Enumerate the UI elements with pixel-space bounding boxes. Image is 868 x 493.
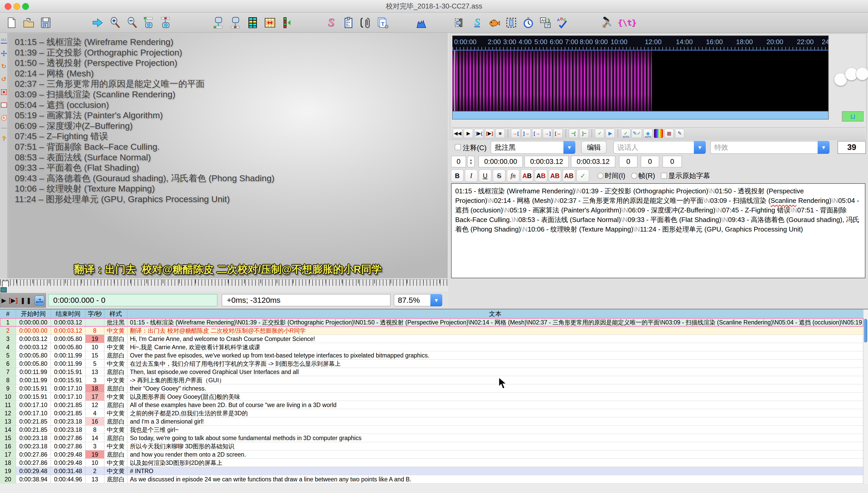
grid-header-4[interactable]: 样式: [104, 309, 127, 318]
audio-autoscroll-button[interactable]: ◆AUTO: [643, 129, 653, 138]
open-spectrum-icon[interactable]: [414, 16, 428, 30]
video-display[interactable]: 01:15 – 线框渲染 (Wireframe Rendering)01:39 …: [8, 33, 448, 278]
subtitle-row-15[interactable]: 150:00:23.180:00:27.8614底部白So today, we'…: [0, 434, 863, 442]
subtitle-row-7[interactable]: 70:00:11.990:00:15.9113底部白Then, last epi…: [0, 368, 863, 376]
select-visible-lines-icon[interactable]: [246, 16, 260, 30]
audio-medusa-timing-button[interactable]: ▦: [664, 129, 674, 138]
subtitle-row-4[interactable]: 40:00:03.120:00:05.8010中文黄Hi~,我是 Carrie …: [0, 343, 863, 351]
subtitle-row-10[interactable]: 100:00:15.910:00:17.1017中文黄以及图形界面 Ooey G…: [0, 392, 863, 401]
grid-header[interactable]: #开始时间结束时间字/秒样式文本: [0, 309, 863, 319]
video-help-icon[interactable]: ?: [1, 135, 7, 142]
end-time-field[interactable]: 0:00:03.12: [524, 156, 569, 168]
video-seek-bar[interactable]: [0, 279, 448, 292]
video-rotate-z-icon[interactable]: ↻: [1, 63, 7, 69]
subtitle-row-13[interactable]: 130:00:21.850:00:23.1816底部白and I'm a 3 d…: [0, 417, 863, 426]
audio-play-button[interactable]: ▶: [464, 129, 473, 138]
grid-header-1[interactable]: 开始时间: [16, 309, 51, 318]
actor-combobox[interactable]: 说话人 ▾: [613, 141, 706, 154]
audio-spectrum-toggle-button[interactable]: [654, 129, 663, 138]
grid-header-5[interactable]: 文本: [127, 309, 863, 318]
audio-play-selection-button[interactable]: )▶(: [474, 129, 483, 138]
attachments-icon[interactable]: [342, 16, 355, 30]
audio-play-line-button[interactable]: [▶]: [485, 129, 494, 138]
audio-commit-button[interactable]: ✓: [595, 129, 604, 138]
karaoke-toggle-button[interactable]: ⊔: [842, 111, 864, 122]
edit-style-button[interactable]: 编辑: [581, 141, 606, 154]
video-scale-icon[interactable]: [1, 89, 7, 95]
grid-header-2[interactable]: 结束时间: [51, 309, 85, 318]
margin-vertical-field[interactable]: 0: [662, 156, 682, 168]
video-position-icon[interactable]: 10,1: [1, 37, 7, 44]
audio-volume-slider[interactable]: [856, 67, 868, 80]
italic-button[interactable]: I: [465, 170, 477, 182]
subtitle-row-9[interactable]: 90:00:15.910:00:17.1018底部白their "Ooey Go…: [0, 384, 863, 392]
bold-button[interactable]: B: [451, 170, 463, 182]
subtitle-row-6[interactable]: 60:00:05.800:00:11.995中文黄在过去五集中，我们介绍了用电传…: [0, 360, 863, 368]
frame-radio[interactable]: [631, 173, 637, 179]
shift-to-frame-icon[interactable]: [263, 16, 277, 30]
audio-play-to-end-button[interactable]: [↔: [553, 129, 563, 138]
comment-checkbox[interactable]: [455, 144, 461, 150]
layer-stepper[interactable]: ▲▼: [467, 156, 475, 168]
subtitle-row-19[interactable]: 190:00:29.480:00:31.482中文黄# INTRO: [0, 467, 863, 475]
zoom-in-icon[interactable]: [108, 16, 122, 30]
audio-play-500-after-button[interactable]: ]→: [521, 129, 531, 138]
options-icon[interactable]: [600, 16, 614, 30]
pause-button[interactable]: ❚❚: [20, 297, 32, 304]
snap-start-to-video-icon[interactable]: [212, 16, 226, 30]
subtitle-row-17[interactable]: 170:00:27.860:00:29.4819底部白and how you r…: [0, 450, 863, 459]
video-vector-clip-icon[interactable]: R: [1, 115, 7, 121]
subtitle-row-18[interactable]: 180:00:27.860:00:29.4810中文黄以及如何渲染3D图形到2D…: [0, 459, 863, 467]
subtitle-row-3[interactable]: 30:00:03.120:00:05.8019底部白Hi, I'm Carrie…: [0, 335, 863, 343]
grid-header-3[interactable]: 字/秒: [85, 309, 104, 318]
audio-stop-button[interactable]: ■: [495, 129, 505, 138]
color-primary-button[interactable]: AB: [521, 170, 533, 182]
audio-lead-out-button[interactable]: ]−: [579, 129, 589, 138]
audio-autonext-button[interactable]: ✎✓: [632, 129, 642, 138]
margin-left-field[interactable]: 0: [619, 156, 638, 168]
translation-assistant-icon[interactable]: [487, 16, 501, 30]
commit-button[interactable]: ✓: [577, 170, 589, 182]
duration-field[interactable]: 0:00:03.12: [571, 156, 615, 168]
save-file-icon[interactable]: [39, 16, 53, 30]
subtitle-row-14[interactable]: 140:00:21.850:00:23.188中文黄我也是个三维 girl~: [0, 426, 863, 434]
subtitle-text-editor[interactable]: 01:15 - 线框渲染 (Wireframe Rendering)\N01:3…: [451, 183, 865, 278]
spell-checker-icon[interactable]: ABC: [555, 16, 570, 30]
play-line-button[interactable]: [▶]: [9, 297, 18, 304]
video-rotate-xy-icon[interactable]: ↺: [1, 76, 7, 82]
video-drag-icon[interactable]: [1, 50, 7, 57]
video-zoom-select[interactable]: 87.5% ▾: [394, 294, 442, 306]
subtitle-row-8[interactable]: 80:00:11.990:00:15.913中文黄-> 再到上集的图形用户界面（…: [0, 376, 863, 384]
underline-button[interactable]: U: [479, 170, 491, 182]
auto-seek-button[interactable]: ➔AUTO: [35, 296, 44, 305]
open-file-icon[interactable]: [22, 16, 36, 30]
color-shadow-button[interactable]: AB: [563, 170, 575, 182]
video-jump-end-icon[interactable]: [159, 16, 173, 30]
strikeout-button[interactable]: S: [493, 170, 505, 182]
automation-icon[interactable]: {\t}: [620, 16, 634, 30]
font-button[interactable]: fn: [507, 170, 519, 182]
chevron-down-icon[interactable]: ▾: [694, 141, 706, 154]
styles-manager-icon[interactable]: S: [325, 16, 338, 30]
timing-postprocessor-icon[interactable]: [521, 16, 535, 30]
layer-field[interactable]: 0: [451, 156, 466, 168]
video-jump-start-icon[interactable]: [142, 16, 156, 30]
grid-scrollbar[interactable]: [863, 309, 868, 484]
time-radio[interactable]: [597, 173, 603, 179]
show-original-checkbox[interactable]: [661, 173, 667, 179]
start-time-field[interactable]: 0:00:00.00: [478, 156, 523, 168]
audio-play-first-500-button[interactable]: [→: [532, 129, 541, 138]
grid-scrollbar-thumb[interactable]: [864, 319, 867, 343]
chevron-down-icon[interactable]: ▾: [818, 141, 829, 154]
audio-lead-in-button[interactable]: −[: [569, 129, 578, 138]
snap-end-to-video-icon[interactable]: [229, 16, 243, 30]
subtitle-row-16[interactable]: 160:00:23.180:00:27.863中文黄所以今天我们来聊聊 3D图形…: [0, 442, 863, 450]
audio-karaoke-pen-button[interactable]: ✎: [675, 129, 684, 138]
chevron-down-icon[interactable]: ▾: [563, 141, 575, 154]
new-file-icon[interactable]: [5, 16, 19, 30]
subtitle-row-5[interactable]: 50:00:05.800:00:11.9915底部白Over the past …: [0, 351, 863, 360]
color-secondary-button[interactable]: AB: [535, 170, 547, 182]
select-lines-icon[interactable]: [504, 16, 518, 30]
subtitle-row-1[interactable]: 10:00:00.000:00:03.12批注黑01:15 - 线框渲染 (Wi…: [0, 318, 863, 326]
audio-display[interactable]: 0:00:002:003:004:005:006:007:008:009:001…: [452, 35, 829, 120]
